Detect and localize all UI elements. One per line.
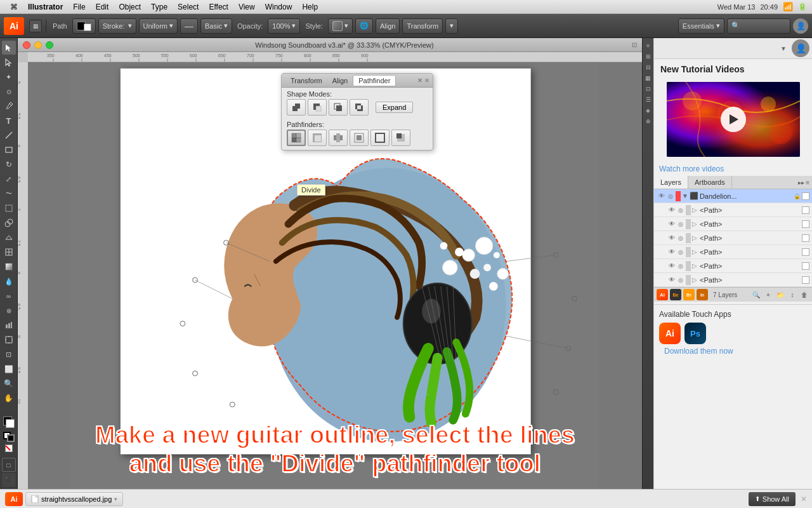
- layer-target-2[interactable]: ◎: [678, 221, 683, 227]
- pf-menu-btn[interactable]: ≡: [425, 77, 429, 84]
- bg-swatch[interactable]: [6, 419, 15, 428]
- apple-menu[interactable]: ⌘: [5, 0, 23, 14]
- magic-wand-tool[interactable]: ✦: [2, 70, 16, 84]
- uniform-btn[interactable]: Uniform ▾: [139, 18, 178, 34]
- layer-delete-icon[interactable]: 🗑: [799, 290, 809, 300]
- artboard-tool[interactable]: [2, 333, 16, 347]
- minus-back-btn[interactable]: [391, 130, 410, 146]
- window-menu[interactable]: Window: [260, 0, 298, 14]
- download-link[interactable]: Download them now: [659, 344, 807, 358]
- file-tab-arrow[interactable]: ▾: [114, 496, 117, 502]
- layer-expand-0[interactable]: ▼: [682, 192, 688, 199]
- unite-btn[interactable]: [287, 99, 306, 116]
- pf-tab-transform[interactable]: Transform: [285, 76, 327, 86]
- layer-row-2[interactable]: 👁 ◎ ▷ <Path>: [654, 217, 812, 231]
- globe-btn[interactable]: 🌐: [355, 18, 373, 34]
- search-bar[interactable]: 🔍: [727, 18, 790, 34]
- right-tool-4[interactable]: ▦: [643, 73, 653, 83]
- outline-btn[interactable]: [370, 130, 390, 146]
- right-tool-7[interactable]: ◈: [643, 105, 653, 116]
- layer-footer-icon-4[interactable]: In: [697, 289, 708, 300]
- selection-tool[interactable]: [2, 41, 16, 55]
- layer-row-5[interactable]: 👁 ◎ ▷ <Path>: [654, 259, 812, 273]
- pf-close-btn[interactable]: ✕: [417, 77, 422, 84]
- app-name-menu[interactable]: Illustrator: [23, 0, 68, 14]
- opacity-btn[interactable]: 100% ▾: [268, 18, 300, 34]
- pf-tab-align[interactable]: Align: [327, 76, 353, 86]
- right-tool-6[interactable]: ☰: [643, 95, 653, 105]
- color-swatch[interactable]: [2, 415, 16, 429]
- normal-mode-btn[interactable]: □: [2, 458, 16, 472]
- show-all-btn[interactable]: ⬆ Show All: [749, 492, 796, 506]
- layer-search-icon[interactable]: 🔍: [751, 290, 761, 300]
- layer-row-6[interactable]: 👁 ◎ ▷ <Path>: [654, 273, 812, 287]
- right-tool-2[interactable]: ⊞: [643, 51, 653, 62]
- rectangle-tool[interactable]: [2, 143, 16, 157]
- type-menu[interactable]: Type: [146, 0, 173, 14]
- select-menu[interactable]: Select: [173, 0, 204, 14]
- mask-mode-btn[interactable]: ⬛: [2, 473, 16, 487]
- panel-collapse-arrow[interactable]: ▼: [779, 44, 788, 53]
- stroke-color-btn[interactable]: [72, 18, 96, 34]
- stroke-weight-btn[interactable]: Stroke: ▾: [98, 18, 136, 34]
- graph-tool[interactable]: [2, 318, 16, 332]
- layer-target-3[interactable]: ◎: [678, 235, 683, 241]
- layer-vis-box-3[interactable]: [802, 234, 809, 242]
- view-menu[interactable]: View: [233, 0, 260, 14]
- rotate-tool[interactable]: ↻: [2, 157, 16, 171]
- layer-eye-2[interactable]: 👁: [667, 219, 677, 229]
- style-btn[interactable]: ▾: [328, 18, 353, 34]
- layer-folder-icon[interactable]: 📁: [775, 290, 785, 300]
- scale-tool[interactable]: ⤢: [2, 172, 16, 186]
- align-btn[interactable]: Align: [376, 18, 400, 34]
- pf-tab-pathfinder[interactable]: Pathfinder: [353, 75, 396, 86]
- layer-row-0[interactable]: 👁 ◎ ▼ ⬛ Dandelion... 🔒: [654, 189, 812, 203]
- layer-move-icon[interactable]: ↕: [787, 290, 797, 300]
- doc-min-btn[interactable]: [34, 41, 42, 49]
- warp-tool[interactable]: 〜: [2, 187, 16, 201]
- layer-target-4[interactable]: ◎: [678, 249, 683, 255]
- transform-options-btn[interactable]: ▾: [445, 18, 458, 34]
- user-profile-avatar[interactable]: 👤: [792, 39, 809, 57]
- layer-target-0[interactable]: ◎: [668, 193, 673, 199]
- layer-add-icon[interactable]: +: [763, 290, 773, 300]
- layer-footer-ai-icon[interactable]: Ai: [657, 289, 668, 300]
- layer-lock-0[interactable]: 🔒: [794, 193, 801, 199]
- none-swatch[interactable]: [5, 444, 13, 452]
- transform-btn[interactable]: Transform: [402, 18, 443, 34]
- layer-vis-box-4[interactable]: [802, 248, 809, 256]
- doc-options-btn[interactable]: ▦: [29, 20, 42, 32]
- layer-eye-0[interactable]: 👁: [657, 191, 667, 201]
- right-tool-3[interactable]: ⊟: [643, 62, 653, 72]
- eyedropper-tool[interactable]: 💧: [2, 274, 16, 288]
- edit-menu[interactable]: Edit: [91, 0, 114, 14]
- layer-target-1[interactable]: ◎: [678, 207, 683, 213]
- watch-more-link[interactable]: Watch more videos: [654, 162, 812, 176]
- doc-resize-icon[interactable]: ⊡: [632, 41, 637, 48]
- tab-layers[interactable]: Layers: [654, 176, 688, 189]
- doc-close-btn[interactable]: [23, 41, 30, 49]
- shape-builder-tool[interactable]: [2, 216, 16, 230]
- layer-vis-box-6[interactable]: [802, 276, 809, 284]
- layer-visibility-box-0[interactable]: [802, 192, 809, 200]
- video-play-btn[interactable]: [721, 107, 746, 132]
- layer-eye-3[interactable]: 👁: [667, 233, 677, 243]
- layer-footer-icon-2[interactable]: Be: [670, 289, 681, 300]
- layers-expand-icon[interactable]: ▸▸: [798, 179, 804, 186]
- blend-tool[interactable]: ∞: [2, 289, 16, 303]
- slice-tool[interactable]: ⊡: [2, 347, 16, 361]
- essentials-btn[interactable]: Essentials ▾: [678, 18, 724, 34]
- free-transform-tool[interactable]: [2, 201, 16, 215]
- help-menu[interactable]: Help: [297, 0, 323, 14]
- layer-eye-6[interactable]: 👁: [667, 275, 677, 285]
- object-menu[interactable]: Object: [114, 0, 146, 14]
- effect-menu[interactable]: Effect: [204, 0, 233, 14]
- layer-eye-5[interactable]: 👁: [667, 261, 677, 271]
- doc-max-btn[interactable]: [46, 41, 53, 49]
- layer-row-3[interactable]: 👁 ◎ ▷ <Path>: [654, 231, 812, 245]
- trim-btn[interactable]: [308, 130, 327, 146]
- fill-toggle[interactable]: [7, 434, 15, 442]
- perspective-tool[interactable]: [2, 231, 16, 244]
- mesh-tool[interactable]: [2, 245, 16, 259]
- crop-btn[interactable]: [350, 130, 369, 146]
